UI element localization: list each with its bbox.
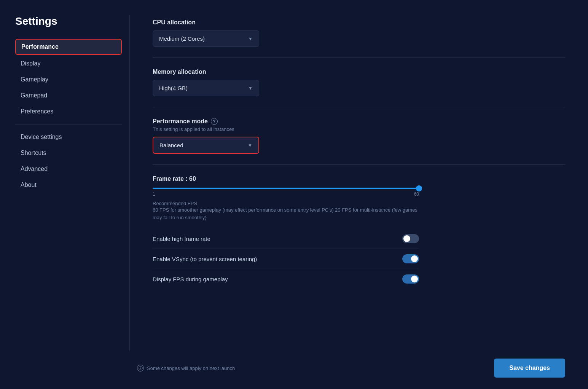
memory-allocation-label: Memory allocation [153,69,565,75]
frame-rate-label: Frame rate : 60 [153,175,565,182]
toggle-vsync[interactable] [402,254,419,263]
toggle-row-vsync: Enable VSync (to prevent screen tearing) [153,249,419,269]
bottom-bar: ⓘ Some changes will apply on next launch… [0,351,588,389]
divider-2 [153,107,565,107]
sidebar-item-shortcuts[interactable]: Shortcuts [15,146,122,160]
main-content: CPU allocation Medium (2 Cores) ▼ Memory… [129,15,588,351]
performance-mode-section: Performance mode ? This setting is appli… [153,118,565,154]
chevron-down-icon: ▼ [248,36,253,41]
page-title: Settings [15,15,122,27]
help-icon[interactable]: ? [211,118,218,125]
recommended-fps-title: Recommended FPS [153,201,565,206]
slider-fill [153,188,419,189]
sidebar-item-gamepad[interactable]: Gamepad [15,88,122,103]
chevron-down-icon: ▼ [248,86,253,91]
slider-track [153,188,419,189]
toggle-high-frame-rate[interactable] [402,234,419,243]
bottom-notice: ⓘ Some changes will apply on next launch [137,365,235,371]
sidebar-item-about[interactable]: About [15,178,122,192]
cpu-allocation-label: CPU allocation [153,19,565,26]
slider-thumb [416,185,422,191]
memory-allocation-dropdown[interactable]: High(4 GB) ▼ [153,80,259,96]
cpu-allocation-section: CPU allocation Medium (2 Cores) ▼ [153,19,565,47]
sidebar-divider [15,124,122,124]
toggle-label-vsync: Enable VSync (to prevent screen tearing) [153,256,257,262]
sidebar-item-performance[interactable]: Performance [15,39,122,55]
performance-mode-value: Balanced [159,142,183,148]
slider-min-label: 1 [153,191,155,197]
toggle-row-display-fps: Display FPS during gameplay [153,269,419,289]
performance-mode-dropdown[interactable]: Balanced ▼ [153,137,259,154]
sidebar-item-preferences[interactable]: Preferences [15,104,122,119]
toggle-label-display-fps: Display FPS during gameplay [153,276,228,282]
performance-mode-header: Performance mode ? [153,118,565,125]
divider-3 [153,164,565,165]
chevron-down-icon: ▼ [248,143,252,148]
toggle-display-fps[interactable] [402,274,419,284]
memory-allocation-value: High(4 GB) [159,85,188,91]
sidebar-item-gameplay[interactable]: Gameplay [15,72,122,87]
save-changes-button[interactable]: Save changes [494,359,565,378]
performance-mode-label-text: Performance mode [153,118,208,125]
cpu-allocation-dropdown[interactable]: Medium (2 Cores) ▼ [153,30,259,47]
notice-text: Some changes will apply on next launch [147,365,235,371]
toggle-row-high-frame-rate: Enable high frame rate [153,229,419,249]
cpu-allocation-value: Medium (2 Cores) [159,35,205,42]
performance-mode-sublabel: This setting is applied to all instances [153,126,565,132]
sidebar: Settings Performance Display Gameplay Ga… [15,15,129,351]
slider-max-label: 60 [414,191,419,197]
sidebar-nav: Performance Display Gameplay Gamepad Pre… [15,39,122,192]
sidebar-item-device-settings[interactable]: Device settings [15,130,122,144]
divider-1 [153,57,565,58]
frame-rate-slider-container [153,188,419,189]
recommended-fps-text: 60 FPS for smoother gameplay (may effect… [153,206,419,221]
toggle-label-high-frame-rate: Enable high frame rate [153,236,210,242]
frame-rate-section: Frame rate : 60 1 60 Recommended FPS 60 … [153,175,565,289]
toggle-thumb [411,255,418,262]
sidebar-item-advanced[interactable]: Advanced [15,162,122,176]
slider-range-labels: 1 60 [153,191,419,197]
toggle-thumb [403,235,410,242]
memory-allocation-section: Memory allocation High(4 GB) ▼ [153,69,565,96]
sidebar-item-display[interactable]: Display [15,56,122,71]
toggle-thumb [411,276,418,282]
info-icon: ⓘ [137,365,144,371]
